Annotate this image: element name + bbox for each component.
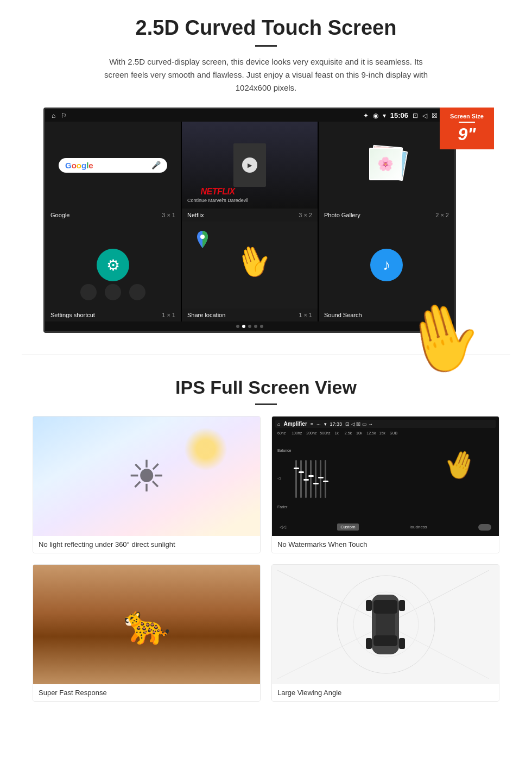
camera-icon: ⊡ xyxy=(413,112,418,119)
eq-track-4 xyxy=(310,460,312,498)
status-bar: ⌂ ⚐ ✦ ◉ ▾ 15:06 ⊡ ◁ ☒ ▭ xyxy=(45,109,454,122)
section2: IPS Full Screen View ☀ No light reflecti… xyxy=(0,366,532,718)
amp-home-icon: ⌂ xyxy=(277,421,280,427)
svg-rect-14 xyxy=(399,638,405,649)
mic-icon: 🎤 xyxy=(151,161,161,169)
title-underline xyxy=(255,45,277,47)
status-right: ✦ ◉ ▾ 15:06 ⊡ ◁ ☒ ▭ xyxy=(363,111,448,119)
eq-bar-3 xyxy=(305,460,307,498)
amp-wifi-icon: ▾ xyxy=(324,421,327,427)
app-labels-row1: Google 3 × 1 Netflix 3 × 2 Photo Gallery… xyxy=(45,209,454,222)
settings-app-cell[interactable]: ⚙ xyxy=(45,222,181,308)
settings-label: Settings shortcut 1 × 1 xyxy=(45,308,181,321)
eq-thumb-4 xyxy=(308,475,314,477)
sunlight-image: ☀ xyxy=(33,417,260,536)
amp-eq-area: Balance ◁ Fader xyxy=(275,436,496,521)
custom-btn[interactable]: Custom xyxy=(337,523,359,531)
photo-label-size: 2 × 2 xyxy=(435,212,449,218)
freq-2-5k: 2.5k xyxy=(345,431,352,435)
play-button[interactable]: ▶ xyxy=(242,157,257,173)
eq-track-6 xyxy=(320,460,321,498)
bluetooth-icon: ✦ xyxy=(363,112,369,119)
eq-bar-1 xyxy=(295,460,297,498)
ghost-circle-3 xyxy=(129,284,145,300)
eq-bars-container: 🤚 xyxy=(295,460,493,498)
app-grid-row1: Google 🎤 ▶ NETFLIX Continue Marvel's D xyxy=(45,122,454,209)
section1: 2.5D Curved Touch Screen With 2.5D curve… xyxy=(0,0,532,344)
google-label-size: 3 × 1 xyxy=(162,212,175,218)
google-label-name: Google xyxy=(50,212,69,218)
subtitle-text: With 2.5D curved-display screen, this de… xyxy=(103,55,429,94)
badge-line xyxy=(459,122,475,123)
svg-rect-8 xyxy=(373,600,397,614)
eq-track-3 xyxy=(305,460,307,498)
music-note-icon: ♪ xyxy=(383,256,390,274)
section2-underline xyxy=(255,403,277,405)
photo-gallery-cell[interactable]: 🌸 xyxy=(319,122,454,209)
eq-track-5 xyxy=(315,460,316,498)
sound-icon-wrap: ♪ xyxy=(370,249,403,281)
amp-top-bar: ⌂ Amplifier ≡ ··· ▾ 17:33 ⊡ ◁ ☒ ▭ → xyxy=(275,420,496,428)
close-icon: ☒ xyxy=(432,112,438,119)
settings-ghost xyxy=(80,284,145,300)
eq-track-2 xyxy=(300,460,302,498)
amp-balance-label: Balance xyxy=(277,449,291,452)
photo-label-name: Photo Gallery xyxy=(324,212,360,218)
freq-1k: 1k xyxy=(334,431,338,435)
netflix-app-cell[interactable]: ▶ NETFLIX Continue Marvel's Daredevil xyxy=(182,122,318,209)
amp-freq-labels: 60hz 100hz 200hz 500hz 1k 2.5k 10k 12.5k… xyxy=(275,430,496,436)
eq-bar-4 xyxy=(310,460,312,498)
eq-thumb-6 xyxy=(318,477,324,478)
pagination xyxy=(45,321,454,331)
status-time: 15:06 xyxy=(390,111,408,119)
svg-rect-13 xyxy=(366,638,372,649)
google-app-cell[interactable]: Google 🎤 xyxy=(45,122,181,209)
maps-icon-svg xyxy=(193,230,212,249)
netflix-info: NETFLIX Continue Marvel's Daredevil xyxy=(187,187,248,203)
settings-icon-wrap: ⚙ xyxy=(97,249,129,281)
freq-200hz: 200hz xyxy=(306,431,316,435)
photo-stack: 🌸 xyxy=(365,143,408,187)
eq-thumb-3 xyxy=(303,479,309,481)
car-caption: Large Viewing Angle xyxy=(272,684,499,701)
eq-track-1 xyxy=(295,460,297,498)
settings-label-size: 1 × 1 xyxy=(162,312,175,318)
eq-thumb-2 xyxy=(299,471,304,473)
device-container: Screen Size 9" ⌂ ⚐ ✦ ◉ ▾ 15:06 ⊡ ◁ ☒ xyxy=(43,108,489,333)
amp-menu-icon: ≡ xyxy=(311,421,313,427)
sound-search-cell[interactable]: ♪ xyxy=(319,222,454,308)
share-location-cell[interactable]: ✋ xyxy=(182,222,318,308)
section2-title: IPS Full Screen View xyxy=(33,377,499,398)
eq-bar-5 xyxy=(315,460,316,498)
loudness-toggle[interactable] xyxy=(478,524,491,531)
sun-icon: ☀ xyxy=(127,451,166,502)
eq-bar-2 xyxy=(300,460,302,498)
car-top-svg xyxy=(364,589,407,660)
svg-rect-11 xyxy=(366,600,372,611)
dot-4 xyxy=(254,325,257,328)
photo-item-1: 🌸 xyxy=(369,148,402,180)
share-label: Share location 1 × 1 xyxy=(182,308,318,321)
cheetah-image: 🐆 xyxy=(33,565,260,684)
ghost-circle-1 xyxy=(80,284,97,300)
amp-speaker-icon: ◁ xyxy=(277,476,291,481)
google-search-bar[interactable]: Google 🎤 xyxy=(59,158,167,173)
eq-thumb-7 xyxy=(323,481,328,482)
screen-size-badge: Screen Size 9" xyxy=(440,108,494,149)
freq-12-5k: 12.5k xyxy=(366,431,376,435)
netflix-logo: NETFLIX xyxy=(187,187,248,197)
hand-pointing: ✋ xyxy=(230,238,277,284)
badge-size: 9" xyxy=(458,124,476,144)
share-label-size: 1 × 1 xyxy=(299,312,312,318)
freq-sub: SUB xyxy=(390,431,397,435)
dot-3 xyxy=(248,325,251,328)
location-icon: ◉ xyxy=(373,112,378,119)
amp-icons-right: ⊡ ◁ ☒ ▭ → xyxy=(345,421,373,427)
sound-label: Sound Search 1 × 1 xyxy=(319,308,454,321)
loudness-label: loudness xyxy=(410,525,427,529)
feature-car: Large Viewing Angle xyxy=(271,564,499,702)
amp-bottom-bar: ◁◁ Custom loudness xyxy=(275,521,496,533)
cheetah-icon: 🐆 xyxy=(123,602,170,647)
google-label: Google 3 × 1 xyxy=(45,209,181,222)
car-view-image xyxy=(272,565,499,684)
